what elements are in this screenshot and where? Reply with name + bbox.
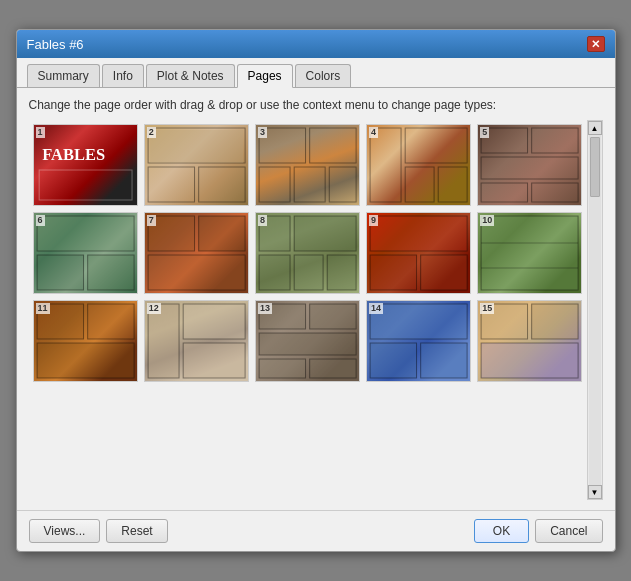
page-number-7: 7: [147, 215, 156, 226]
svg-rect-34: [481, 216, 578, 290]
page-number-10: 10: [480, 215, 494, 226]
scroll-up-arrow[interactable]: ▲: [588, 121, 602, 135]
pages-grid-container[interactable]: FABLES 1 2 3: [29, 120, 587, 500]
svg-rect-41: [183, 304, 245, 339]
svg-rect-12: [405, 128, 467, 163]
reset-button[interactable]: Reset: [106, 519, 167, 543]
svg-rect-53: [481, 343, 578, 378]
page-number-2: 2: [147, 127, 156, 138]
page-thumb-13[interactable]: 13: [255, 300, 360, 382]
page-number-6: 6: [36, 215, 45, 226]
svg-rect-9: [294, 167, 325, 202]
svg-rect-4: [198, 167, 244, 202]
button-bar: Views... Reset OK Cancel: [17, 510, 615, 551]
bottom-right-buttons: OK Cancel: [474, 519, 603, 543]
svg-rect-24: [198, 216, 244, 251]
svg-rect-40: [148, 304, 179, 378]
svg-rect-28: [259, 255, 290, 290]
scroll-track[interactable]: [589, 135, 601, 485]
page-number-14: 14: [369, 303, 383, 314]
bottom-left-buttons: Views... Reset: [29, 519, 168, 543]
svg-rect-44: [310, 304, 356, 329]
svg-rect-18: [481, 183, 527, 202]
page-thumb-4[interactable]: 4: [366, 124, 471, 206]
svg-rect-11: [370, 128, 401, 202]
svg-rect-32: [370, 255, 416, 290]
svg-rect-47: [310, 359, 356, 378]
page-thumb-2[interactable]: 2: [144, 124, 249, 206]
close-button[interactable]: ✕: [587, 36, 605, 52]
tab-bar: Summary Info Plot & Notes Pages Colors: [17, 58, 615, 88]
svg-rect-17: [481, 157, 578, 179]
page-number-4: 4: [369, 127, 378, 138]
cancel-button[interactable]: Cancel: [535, 519, 602, 543]
svg-rect-19: [532, 183, 578, 202]
svg-rect-3: [148, 167, 194, 202]
tab-content: Change the page order with drag & drop o…: [17, 88, 615, 510]
svg-text:FABLES: FABLES: [42, 146, 105, 164]
tab-colors[interactable]: Colors: [295, 64, 352, 87]
svg-rect-20: [37, 216, 134, 251]
svg-rect-52: [532, 304, 578, 339]
tab-plot-notes[interactable]: Plot & Notes: [146, 64, 235, 87]
svg-rect-30: [327, 255, 356, 290]
dialog: Fables #6 ✕ Summary Info Plot & Notes Pa…: [16, 29, 616, 552]
dialog-title: Fables #6: [27, 37, 84, 52]
pages-grid: FABLES 1 2 3: [29, 120, 587, 386]
pages-scroll-area: FABLES 1 2 3: [29, 120, 603, 500]
svg-rect-38: [87, 304, 133, 339]
page-thumb-1[interactable]: FABLES 1: [33, 124, 138, 206]
page-thumb-3[interactable]: 3: [255, 124, 360, 206]
page-number-8: 8: [258, 215, 267, 226]
page-thumb-11[interactable]: 11: [33, 300, 138, 382]
svg-rect-7: [310, 128, 356, 163]
svg-rect-49: [370, 343, 416, 378]
page-number-3: 3: [258, 127, 267, 138]
svg-rect-42: [183, 343, 245, 378]
svg-rect-1: [39, 170, 132, 200]
svg-rect-46: [259, 359, 305, 378]
svg-rect-13: [405, 167, 434, 202]
page-number-9: 9: [369, 215, 378, 226]
title-bar: Fables #6 ✕: [17, 30, 615, 58]
svg-rect-39: [37, 343, 134, 378]
tab-pages[interactable]: Pages: [237, 64, 293, 88]
svg-rect-27: [294, 216, 356, 251]
page-thumb-14[interactable]: 14: [366, 300, 471, 382]
page-thumb-9[interactable]: 9: [366, 212, 471, 294]
page-thumb-8[interactable]: 8: [255, 212, 360, 294]
tab-info[interactable]: Info: [102, 64, 144, 87]
svg-rect-22: [87, 255, 133, 290]
svg-rect-5: [150, 130, 243, 163]
scrollbar[interactable]: ▲ ▼: [587, 120, 603, 500]
svg-rect-25: [148, 255, 245, 290]
svg-rect-33: [421, 255, 467, 290]
page-number-12: 12: [147, 303, 161, 314]
svg-rect-45: [259, 333, 356, 355]
svg-rect-10: [329, 167, 356, 202]
page-number-13: 13: [258, 303, 272, 314]
tab-summary[interactable]: Summary: [27, 64, 100, 87]
scroll-thumb[interactable]: [590, 137, 600, 197]
instruction-text: Change the page order with drag & drop o…: [29, 98, 603, 112]
page-thumb-10[interactable]: 10: [477, 212, 582, 294]
page-thumb-5[interactable]: 5: [477, 124, 582, 206]
svg-rect-21: [37, 255, 83, 290]
ok-button[interactable]: OK: [474, 519, 529, 543]
svg-rect-29: [294, 255, 323, 290]
page-number-11: 11: [36, 303, 50, 314]
page-number-1: 1: [36, 127, 45, 138]
svg-rect-50: [421, 343, 467, 378]
page-thumb-12[interactable]: 12: [144, 300, 249, 382]
views-button[interactable]: Views...: [29, 519, 101, 543]
svg-rect-16: [532, 128, 578, 153]
page-number-15: 15: [480, 303, 494, 314]
svg-rect-14: [438, 167, 467, 202]
svg-rect-31: [370, 216, 467, 251]
page-thumb-7[interactable]: 7: [144, 212, 249, 294]
page-number-5: 5: [480, 127, 489, 138]
svg-rect-8: [259, 167, 290, 202]
page-thumb-6[interactable]: 6: [33, 212, 138, 294]
scroll-down-arrow[interactable]: ▼: [588, 485, 602, 499]
page-thumb-15[interactable]: 15: [477, 300, 582, 382]
